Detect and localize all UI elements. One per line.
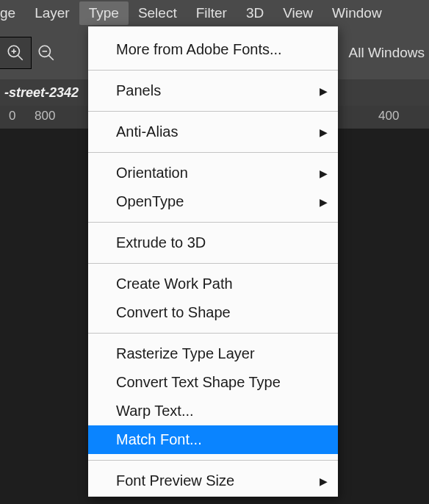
submenu-arrow-icon: ▶	[320, 85, 328, 97]
menu-item-label: Warp Text...	[116, 403, 194, 419]
zoom-in-button[interactable]	[0, 37, 31, 68]
menu-item-label: Anti-Alias	[116, 123, 178, 140]
submenu-arrow-icon: ▶	[320, 475, 328, 487]
menu-separator	[88, 333, 338, 334]
menu-item-panels[interactable]: Panels▶	[88, 76, 338, 105]
submenu-arrow-icon: ▶	[320, 168, 328, 179]
document-tab[interactable]: -street-2342	[0, 82, 83, 104]
menu-item-more-from-adobe-fonts[interactable]: More from Adobe Fonts...	[88, 35, 338, 64]
menubar-item-3d[interactable]: 3D	[237, 1, 273, 25]
ruler-tick: 800	[35, 109, 55, 123]
menu-item-create-work-path[interactable]: Create Work Path	[88, 270, 338, 298]
menu-item-match-font[interactable]: Match Font...	[88, 425, 338, 454]
magnifier-plus-icon	[6, 43, 25, 62]
menu-item-label: Panels	[116, 82, 161, 98]
magnifier-minus-icon	[37, 43, 56, 62]
zoom-out-button[interactable]	[31, 37, 62, 68]
menu-item-label: Rasterize Type Layer	[116, 345, 255, 361]
svg-line-1	[18, 55, 23, 60]
zoom-icons	[0, 26, 62, 79]
menu-item-extrude-to-3d[interactable]: Extrude to 3D	[88, 228, 338, 257]
menu-item-label: Font Preview Size	[116, 472, 234, 489]
menu-separator	[88, 152, 338, 153]
menu-item-convert-to-shape[interactable]: Convert to Shape	[88, 298, 338, 327]
menubar-item-window[interactable]: Window	[322, 1, 382, 25]
menubar-item-view[interactable]: View	[273, 1, 322, 25]
menu-separator	[88, 70, 338, 71]
menu-item-label: OpenType	[116, 193, 184, 209]
menu-item-opentype[interactable]: OpenType▶	[88, 187, 338, 216]
ruler-tick: 0	[9, 109, 15, 123]
menubar-item-type[interactable]: Type	[79, 1, 129, 25]
menu-separator	[88, 460, 338, 461]
menubar: geLayerTypeSelectFilter3DViewWindow	[0, 0, 429, 26]
submenu-arrow-icon: ▶	[320, 126, 328, 138]
menu-item-label: More from Adobe Fonts...	[116, 41, 282, 57]
type-menu-dropdown: More from Adobe Fonts...Panels▶Anti-Alia…	[88, 26, 338, 497]
menu-item-rasterize-type-layer[interactable]: Rasterize Type Layer	[88, 339, 338, 368]
submenu-arrow-icon: ▶	[320, 196, 328, 208]
menu-item-convert-text-shape-type[interactable]: Convert Text Shape Type	[88, 368, 338, 397]
menu-item-orientation[interactable]: Orientation▶	[88, 159, 338, 187]
menubar-item-layer[interactable]: Layer	[25, 1, 79, 25]
menu-item-label: Match Font...	[116, 431, 202, 447]
menu-item-font-preview-size[interactable]: Font Preview Size▶	[88, 467, 338, 495]
all-windows-label: All Windows	[349, 45, 425, 61]
menu-separator	[88, 222, 338, 223]
menu-separator	[88, 111, 338, 112]
menu-item-warp-text[interactable]: Warp Text...	[88, 397, 338, 425]
menu-separator	[88, 263, 338, 264]
menu-item-label: Create Work Path	[116, 276, 233, 292]
svg-line-5	[48, 55, 54, 60]
menu-item-label: Convert Text Shape Type	[116, 374, 281, 390]
menu-item-anti-alias[interactable]: Anti-Alias▶	[88, 118, 338, 146]
menu-item-label: Extrude to 3D	[116, 234, 206, 251]
menubar-item-filter[interactable]: Filter	[187, 1, 237, 25]
ruler-tick: 400	[378, 109, 399, 123]
menu-item-label: Convert to Shape	[116, 304, 231, 320]
menubar-item-ge[interactable]: ge	[0, 1, 25, 25]
menu-item-label: Orientation	[116, 165, 188, 181]
menubar-item-select[interactable]: Select	[129, 1, 187, 25]
